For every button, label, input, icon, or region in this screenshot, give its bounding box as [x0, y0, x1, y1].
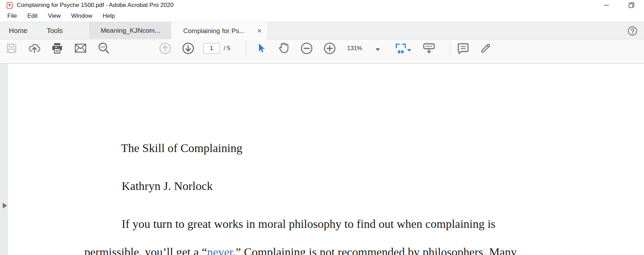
comment-icon[interactable]: [455, 41, 471, 56]
menu-window[interactable]: Window: [66, 10, 97, 22]
tab-home-label: Home: [9, 27, 27, 35]
plus-circle-icon[interactable]: [322, 41, 337, 56]
arrow-down-circle-icon[interactable]: [181, 41, 196, 56]
tab-bar: Home Tools Meaning_KJNcom... Complaining…: [0, 22, 644, 39]
toolbar-separator: [246, 41, 246, 56]
search-icon[interactable]: [96, 41, 112, 56]
window-title: Complaining for Psyche 1500.pdf - Adobe …: [17, 2, 174, 9]
pdf-title-text: The Skill of Complaining: [121, 142, 242, 155]
menu-edit[interactable]: Edit: [22, 10, 43, 22]
chevron-down-icon[interactable]: [376, 48, 380, 51]
pdf-line2-pre: permissible, you’ll get a “: [84, 246, 207, 255]
main-toolbar: / 5 131%: [0, 39, 644, 64]
fit-width-icon[interactable]: [393, 41, 408, 56]
pdf-author-text: Kathryn J. Norlock: [122, 180, 213, 193]
document-area[interactable]: The Skill of Complaining Kathryn J. Norl…: [0, 64, 644, 255]
page-number-input[interactable]: [204, 43, 220, 54]
arrow-up-circle-icon[interactable]: [158, 41, 173, 56]
acrobat-pdf-icon: [7, 2, 13, 9]
close-icon[interactable]: [257, 28, 262, 33]
document-tab-label: Meaning_KJNcom...: [101, 27, 160, 34]
document-tab-label: Complaining for Ps...: [183, 27, 245, 35]
select-arrow-icon[interactable]: [253, 41, 269, 56]
acrobat-window: Complaining for Psyche 1500.pdf - Adobe …: [0, 0, 644, 255]
title-bar: Complaining for Psyche 1500.pdf - Adobe …: [0, 0, 644, 10]
chevron-down-icon[interactable]: [407, 49, 411, 51]
toolbar-separator: [450, 41, 450, 56]
pdf-paragraph-line1: If you turn to great works in moral phil…: [122, 217, 496, 231]
page-scrolling-icon[interactable]: [421, 41, 437, 56]
tab-tools-label: Tools: [47, 27, 63, 35]
save-icon[interactable]: [4, 41, 19, 56]
zoom-level-value[interactable]: 131%: [347, 43, 362, 54]
highlighter-icon[interactable]: [478, 41, 494, 56]
menu-view[interactable]: View: [43, 10, 66, 22]
hand-tool-icon[interactable]: [276, 41, 292, 56]
expand-pane-icon[interactable]: [3, 203, 7, 208]
pdf-line2-post: .” Complaining is not recommended by phi…: [233, 246, 517, 255]
email-icon[interactable]: [73, 41, 88, 56]
menu-file[interactable]: File: [2, 10, 22, 22]
tab-home[interactable]: Home: [3, 22, 33, 39]
restore-icon[interactable]: [624, 0, 639, 10]
menu-bar: File Edit View Window Help: [0, 10, 644, 22]
page-total-label: / 5: [224, 43, 230, 54]
document-tab-inactive[interactable]: Meaning_KJNcom...: [90, 22, 171, 39]
minimize-icon[interactable]: [599, 0, 614, 10]
menu-help[interactable]: Help: [98, 10, 120, 22]
pdf-paragraph-line2: permissible, you’ll get a “never.” Compl…: [84, 246, 517, 255]
navigation-pane-rail: [0, 64, 8, 255]
document-tab-active[interactable]: Complaining for Ps...: [171, 22, 267, 40]
print-icon[interactable]: [49, 41, 65, 56]
pdf-hyperlink-never[interactable]: never: [207, 246, 233, 255]
help-circle-icon[interactable]: [627, 26, 638, 36]
tab-tools[interactable]: Tools: [39, 22, 70, 39]
minus-circle-icon[interactable]: [299, 41, 314, 56]
cloud-upload-icon[interactable]: [27, 41, 42, 56]
